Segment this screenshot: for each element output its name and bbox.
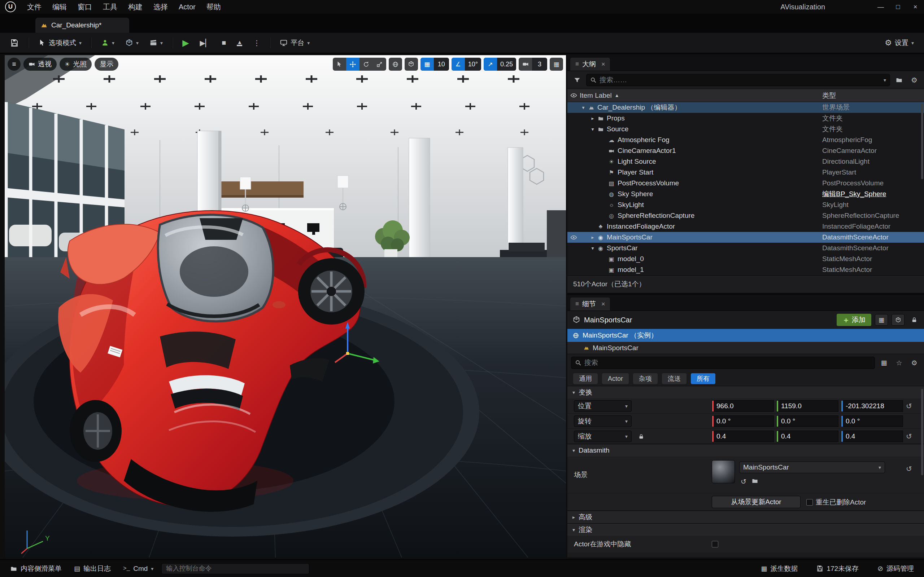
instance-child-row[interactable]: MainSportsCar (567, 342, 924, 354)
favorites-button[interactable]: ☆ (893, 357, 905, 369)
location-y-input[interactable] (778, 402, 838, 410)
menu-item-build[interactable]: 构建 (123, 0, 148, 14)
outliner-row-atmospheric-fog[interactable]: ☁ Atmospheric FogAtmosphericFog (567, 134, 924, 145)
section-datasmith[interactable]: ▾ Datasmith (567, 444, 924, 456)
filter-all[interactable]: 所有 (691, 373, 716, 384)
new-folder-button[interactable] (893, 74, 905, 86)
update-actors-button[interactable]: 从场景更新Actor (712, 496, 801, 508)
column-type[interactable]: 类型 (822, 91, 836, 100)
outliner-row-props[interactable]: ▸ Props文件夹 (567, 113, 924, 124)
menu-item-edit[interactable]: 编辑 (47, 0, 72, 14)
grid-snap-value[interactable]: 10 (434, 58, 449, 71)
outliner-row-light-source[interactable]: ☀ Light SourceDirectionalLight (567, 156, 924, 167)
tab-details[interactable]: ≡ 细节 × (570, 298, 610, 311)
unsaved-button[interactable]: 172未保存 (812, 562, 863, 575)
menu-item-window[interactable]: 窗口 (72, 0, 97, 14)
unreal-logo-icon[interactable]: U (5, 2, 16, 12)
outliner-row-sky-sphere[interactable]: ◍ Sky Sphere编辑BP_Sky_Sphere (567, 189, 924, 200)
scale-lock-icon[interactable] (638, 432, 644, 440)
scene-thumbnail[interactable] (712, 460, 735, 483)
expand-arrow[interactable]: ▾ (589, 245, 596, 251)
cinematics-button[interactable]: ▾ (145, 36, 167, 50)
filter-actor[interactable]: Actor (602, 373, 629, 384)
reset-scene-button[interactable]: ↺ (906, 464, 912, 473)
section-transform[interactable]: ▾ 变换 (567, 386, 924, 398)
use-selected-icon[interactable]: ↺ (741, 477, 746, 486)
expand-arrow[interactable]: ▾ (580, 105, 587, 110)
rotation-z-input[interactable] (843, 417, 903, 425)
hidden-in-game-checkbox[interactable] (712, 541, 718, 548)
outliner-row-model0[interactable]: ▣ model_0StaticMeshActor (567, 253, 924, 264)
content-drawer-button[interactable]: 内容侧滑菜单 (6, 562, 66, 575)
outliner-row-postprocess[interactable]: ▧ PostProcessVolumePostProcessVolume (567, 178, 924, 189)
skip-button[interactable]: ▶▏ (195, 36, 215, 50)
respawn-checkbox[interactable] (806, 499, 813, 506)
filter-button[interactable] (571, 74, 583, 86)
menu-item-select[interactable]: 选择 (148, 0, 173, 14)
section-rendering[interactable]: ▾ 渲染 (567, 523, 924, 536)
maximize-viewport-button[interactable]: ▦ (550, 58, 563, 71)
close-icon[interactable]: × (601, 61, 605, 68)
details-toolbar-button-2[interactable] (892, 314, 905, 326)
grid-snap-toggle[interactable]: ▦ (420, 58, 434, 71)
outliner-row-world[interactable]: ▾ Car_Dealership （编辑器）世界场景 (567, 102, 924, 113)
edit-mode-dropdown[interactable]: 选项模式 ▾ (34, 36, 86, 50)
outliner-row-skylight[interactable]: ☼ SkyLightSkyLight (567, 200, 924, 210)
details-settings-button[interactable]: ⚙ (908, 357, 921, 369)
edit-blueprint-link[interactable]: 编辑BP_Sky_Sphere (822, 189, 886, 199)
scale-y-input[interactable] (778, 432, 838, 440)
level-tab[interactable]: Car_Dealership* (36, 18, 129, 33)
stop-button[interactable]: ■ (217, 36, 230, 50)
outliner-settings-button[interactable]: ⚙ (908, 74, 921, 86)
rotation-snap-value[interactable]: 10° (465, 58, 481, 71)
add-actor-button[interactable]: ▾ (97, 36, 119, 50)
menu-item-file[interactable]: 文件 (22, 0, 47, 14)
viewport[interactable]: Y ≡ 透视 ☀ 光照 显示 (5, 55, 566, 558)
close-button[interactable]: × (907, 0, 924, 14)
maximize-button[interactable]: □ (889, 0, 907, 14)
details-toolbar-button-1[interactable]: ▦ (875, 314, 888, 326)
select-tool-button[interactable] (333, 58, 346, 71)
expand-arrow[interactable]: ▸ (589, 234, 596, 240)
view-mode-button[interactable]: ☀ 光照 (60, 58, 92, 71)
surface-snap-button[interactable] (405, 58, 418, 71)
menu-item-help[interactable]: 帮助 (201, 0, 226, 14)
filter-streaming[interactable]: 流送 (662, 373, 687, 384)
filter-misc[interactable]: 杂项 (633, 373, 657, 384)
rotation-y-input[interactable] (778, 417, 838, 425)
location-z-input[interactable] (843, 402, 903, 410)
lock-button[interactable] (908, 314, 921, 326)
close-icon[interactable]: × (601, 300, 605, 308)
visibility-column-header[interactable] (567, 92, 580, 99)
filter-general[interactable]: 通用 (573, 373, 598, 384)
chevron-down-icon[interactable]: ▾ (884, 77, 886, 83)
display-filter-button[interactable]: ▦ (878, 357, 890, 369)
camera-speed-button[interactable] (519, 58, 532, 71)
rotation-snap-toggle[interactable]: ∠ (452, 58, 465, 71)
outliner-row-model1[interactable]: ▣ model_1StaticMeshActor (567, 264, 924, 275)
details-scrollbar[interactable] (921, 389, 923, 475)
output-log-button[interactable]: ▤ 输出日志 (69, 562, 115, 575)
derived-data-button[interactable]: ▦ 派生数据 (756, 562, 802, 575)
outliner-row-cinecamera[interactable]: CineCameraActor1CineCameraActor (567, 145, 924, 156)
outliner-row-reflection-capture[interactable]: ◎ SphereReflectionCaptureSphereReflectio… (567, 210, 924, 221)
expand-arrow[interactable]: ▸ (589, 115, 596, 121)
outliner-search-input[interactable] (599, 76, 881, 84)
platforms-dropdown[interactable]: 平台 ▾ (275, 36, 314, 50)
outliner-row-player-start[interactable]: ⚑ Player StartPlayerStart (567, 167, 924, 178)
eject-button[interactable]: ▲ (233, 36, 247, 50)
details-search-input[interactable] (584, 359, 871, 367)
scale-tool-button[interactable] (373, 58, 386, 71)
rotation-dropdown[interactable]: 旋转▾ (574, 416, 632, 427)
source-control-button[interactable]: ⊘ 源码管理 (873, 562, 918, 575)
outliner-row-sportscar[interactable]: ▾ ◉ SportsCarDatasmithSceneActor (567, 243, 924, 253)
location-dropdown[interactable]: 位置▾ (574, 400, 632, 412)
minimize-button[interactable]: — (872, 0, 889, 14)
play-options-button[interactable]: ⋮ (249, 36, 265, 50)
menu-item-tools[interactable]: 工具 (97, 0, 123, 14)
reset-location-button[interactable]: ↺ (906, 402, 912, 410)
reset-scale-button[interactable]: ↺ (906, 432, 912, 441)
scene-asset-dropdown[interactable]: MainSportsCar ▾ (739, 462, 885, 473)
move-tool-button[interactable] (346, 58, 360, 71)
cmd-dropdown[interactable]: >_ Cmd ▾ (119, 562, 158, 575)
